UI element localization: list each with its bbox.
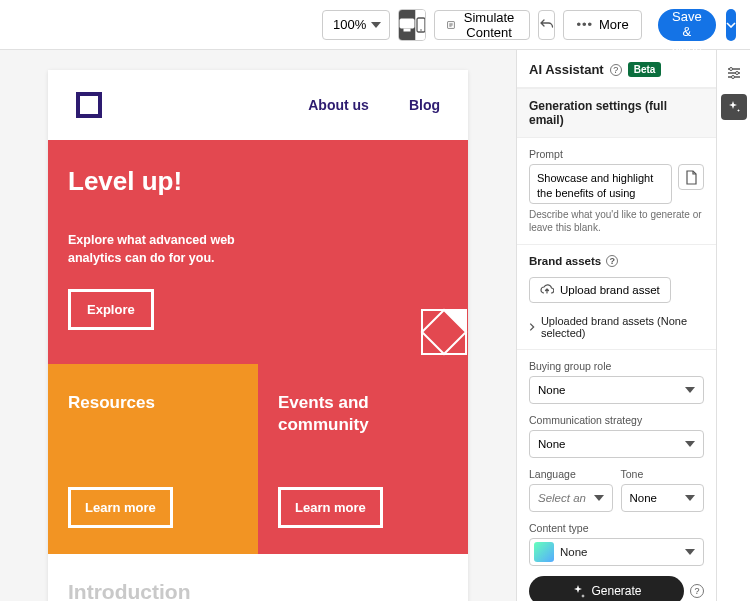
svg-rect-1 (404, 29, 410, 31)
logo-icon (76, 92, 102, 118)
card-events[interactable]: Events and community Learn more (258, 364, 468, 554)
sliders-icon (726, 66, 742, 80)
content-type-thumb-icon (534, 542, 554, 562)
sparkle-icon (727, 100, 741, 114)
help-icon[interactable]: ? (610, 64, 622, 76)
settings-rail-button[interactable] (721, 60, 747, 86)
section-title: Generation settings (full email) (517, 88, 716, 138)
simulate-icon (447, 18, 455, 32)
ai-rail-button[interactable] (721, 94, 747, 120)
buying-group-label: Buying group role (529, 360, 704, 372)
simulate-label: Simulate Content (461, 10, 518, 40)
help-icon[interactable]: ? (606, 255, 618, 267)
save-close-button[interactable]: Save & close (658, 9, 716, 41)
language-select[interactable]: Select an opti… (529, 484, 613, 512)
simulate-content-button[interactable]: Simulate Content (434, 10, 531, 40)
svg-rect-0 (400, 19, 414, 28)
chevron-down-icon (726, 22, 736, 28)
more-button[interactable]: ••• More (563, 10, 641, 40)
upload-icon (540, 284, 554, 296)
more-label: More (599, 17, 629, 32)
mobile-icon (416, 17, 426, 33)
card-title: Events and community (278, 392, 448, 436)
content-type-select[interactable]: None (529, 538, 704, 566)
intro-heading: Introduction (68, 580, 448, 601)
comm-strategy-label: Communication strategy (529, 414, 704, 426)
undo-button[interactable] (538, 10, 555, 40)
panel-header: AI Assistant ? Beta (517, 50, 716, 88)
card-title: Resources (68, 392, 238, 414)
language-label: Language (529, 468, 613, 480)
nav-blog-link[interactable]: Blog (409, 97, 440, 113)
brand-assets-label: Brand assets ? (529, 255, 704, 267)
chevron-right-icon (529, 322, 535, 332)
svg-point-7 (729, 68, 732, 71)
card-resources[interactable]: Resources Learn more (48, 364, 258, 554)
hero-button[interactable]: Explore (68, 289, 154, 330)
top-toolbar: 100% T Simulate Content ••• More Save & … (0, 0, 750, 50)
generate-button[interactable]: Generate (529, 576, 684, 601)
buying-group-select[interactable]: None (529, 376, 704, 404)
ellipsis-icon: ••• (576, 17, 593, 32)
hero-subtitle: Explore what advanced web analytics can … (68, 231, 288, 267)
help-icon[interactable]: ? (690, 584, 704, 598)
sparkle-icon (571, 584, 585, 598)
brand-assets-section: Brand assets ? Upload brand asset Upload… (517, 244, 716, 349)
prompt-helper: Describe what you'd like to generate or … (529, 208, 704, 234)
tone-label: Tone (621, 468, 705, 480)
hero-title: Level up! (68, 166, 446, 197)
content-type-label: Content type (529, 522, 704, 534)
card-button[interactable]: Learn more (278, 487, 383, 528)
prompt-input[interactable] (529, 164, 672, 204)
email-canvas: About us Blog Level up! Explore what adv… (48, 70, 468, 601)
card-button[interactable]: Learn more (68, 487, 173, 528)
chart-decor-icon (420, 308, 468, 356)
canvas-nav: About us Blog (48, 70, 468, 140)
upload-brand-asset-button[interactable]: Upload brand asset (529, 277, 671, 303)
cards-row: Resources Learn more Events and communit… (48, 364, 468, 554)
document-icon (685, 170, 698, 185)
svg-point-3 (420, 29, 422, 31)
options-section: Buying group role None Communication str… (517, 349, 716, 601)
desktop-icon (399, 18, 415, 32)
svg-point-8 (735, 72, 738, 75)
undo-icon (539, 18, 554, 31)
nav-links: About us Blog (308, 97, 440, 113)
prompt-section: Prompt Describe what you'd like to gener… (517, 138, 716, 244)
mobile-button[interactable] (416, 10, 426, 40)
save-dropdown-button[interactable] (726, 9, 736, 41)
upload-label: Upload brand asset (560, 284, 660, 296)
prompt-library-button[interactable] (678, 164, 704, 190)
panel-title: AI Assistant (529, 62, 604, 77)
comm-strategy-select[interactable]: None (529, 430, 704, 458)
prompt-label: Prompt (529, 148, 704, 160)
nav-about-link[interactable]: About us (308, 97, 369, 113)
ai-assistant-panel: AI Assistant ? Beta Generation settings … (516, 50, 716, 601)
main-area: About us Blog Level up! Explore what adv… (0, 50, 750, 601)
hero-block[interactable]: Level up! Explore what advanced web anal… (48, 140, 468, 364)
intro-section: Introduction (48, 554, 468, 601)
beta-badge: Beta (628, 62, 662, 77)
right-rail (716, 50, 750, 601)
uploaded-assets-row[interactable]: Uploaded brand assets (None selected) (529, 315, 704, 339)
device-toggle-group: T (398, 9, 426, 41)
svg-point-9 (731, 76, 734, 79)
canvas-area[interactable]: About us Blog Level up! Explore what adv… (0, 50, 516, 601)
tone-select[interactable]: None (621, 484, 705, 512)
desktop-button[interactable] (399, 10, 416, 40)
zoom-select[interactable]: 100% (322, 10, 390, 40)
